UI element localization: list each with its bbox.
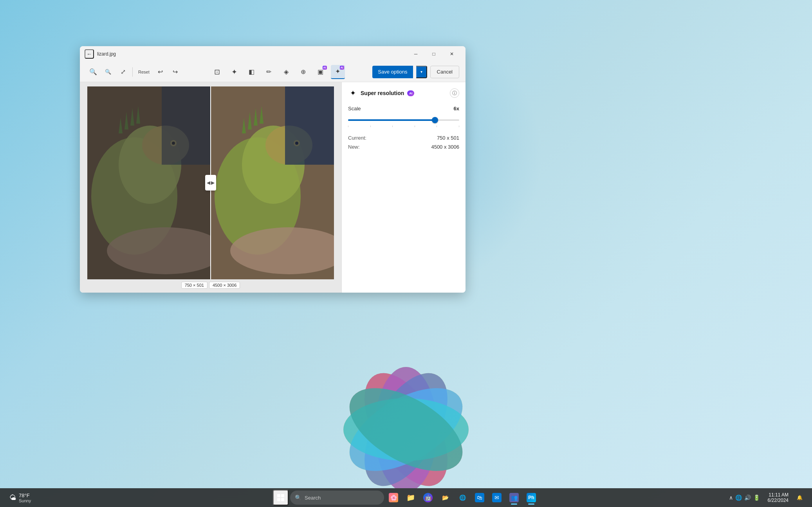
desktop-decoration: [230, 351, 582, 488]
start-button[interactable]: [273, 490, 289, 505]
taskbar-app-edge[interactable]: 🌐: [455, 490, 470, 505]
taskbar-left: 🌤 78°F Sunny: [6, 491, 34, 505]
maximize-button[interactable]: □: [425, 48, 443, 60]
toolbar: 🔍 🔍 ⤢ Reset ↩ ↪ ⊡ ✦: [80, 62, 466, 82]
super-res-panel-icon: ✦: [350, 89, 356, 97]
taskbar-right: ∧ 🌐 🔊 🔋 11:11 AM 6/22/2024 🔔: [726, 491, 806, 504]
new-label: New:: [348, 144, 360, 150]
overflow-tray-button[interactable]: ∧: [729, 494, 733, 501]
lighting-tool-button[interactable]: ✦: [227, 65, 242, 79]
scale-section: Scale 6x: [348, 106, 459, 127]
crop-icon: ⊡: [214, 68, 220, 76]
edge-app-icon: 🌐: [458, 493, 467, 502]
notification-button[interactable]: 🔔: [793, 491, 806, 504]
erase-tool-button[interactable]: ◈: [279, 65, 293, 79]
lighting-icon: ✦: [231, 68, 237, 76]
right-panel: ✦ Super resolution AI ⓘ Scale 6x: [341, 82, 466, 293]
clock[interactable]: 11:11 AM 6/22/2024: [765, 491, 792, 504]
slider-ticks: [348, 126, 459, 127]
taskbar-app-copilot[interactable]: 🤖: [420, 490, 436, 505]
draw-icon: ✏: [266, 68, 271, 76]
info-button[interactable]: ⓘ: [450, 88, 459, 98]
tick-4: [415, 126, 415, 127]
main-content: ◀▶ 750 × 501 4500 × 3006 ✦ Super resolut…: [80, 82, 466, 293]
zoom-in-button[interactable]: 🔍: [86, 65, 100, 79]
search-bar[interactable]: 🔍 Search: [290, 491, 384, 505]
image-labels: 750 × 501 4500 × 3006: [181, 282, 240, 289]
taskbar-app-photos[interactable]: 🌸: [386, 490, 401, 505]
zoom-out-button[interactable]: 🔍: [101, 65, 115, 79]
slider-thumb[interactable]: [432, 117, 438, 123]
explorer-app-icon: 📁: [406, 493, 415, 502]
title-bar: ← lizard.jpg ─ □ ✕: [80, 46, 466, 62]
bg-ai-badge: AI: [323, 66, 327, 70]
start-icon: [277, 494, 284, 501]
image-right-half: [211, 86, 334, 279]
panel-ai-badge: AI: [407, 90, 414, 96]
save-options-dropdown-button[interactable]: ▾: [416, 66, 427, 78]
zoom-in-icon: 🔍: [89, 68, 97, 76]
taskbar-app-files[interactable]: 📂: [437, 490, 453, 505]
save-options-button[interactable]: Save options: [372, 66, 413, 78]
toolbar-right: Save options ▾ Cancel: [372, 66, 459, 78]
info-icon: ⓘ: [452, 90, 457, 97]
close-button[interactable]: ✕: [443, 48, 461, 60]
split-handle-arrows: ◀▶: [207, 180, 215, 185]
start-sq-4: [281, 498, 284, 501]
sr-ai-badge: AI: [340, 66, 344, 70]
crop-tool-button[interactable]: ⊡: [210, 65, 224, 79]
weather-condition: Sunny: [19, 498, 31, 503]
taskbar-app-explorer[interactable]: 📁: [403, 490, 419, 505]
window-controls: ─ □ ✕: [407, 48, 461, 60]
copilot-app-icon: 🤖: [423, 493, 433, 502]
new-value: 4500 x 3006: [431, 144, 459, 150]
photos-app-icon: 🌸: [389, 493, 398, 502]
filter-tool-button[interactable]: ◧: [245, 65, 259, 79]
super-resolution-tool-button[interactable]: ✦ AI: [331, 65, 345, 79]
back-button[interactable]: ←: [85, 49, 94, 59]
mail-app-icon: ✉: [492, 493, 502, 502]
image-container: ◀▶: [87, 86, 334, 279]
redo-button[interactable]: ↪: [168, 65, 182, 79]
split-handle[interactable]: ◀▶: [205, 175, 216, 191]
tick-3: [392, 126, 393, 127]
undo-button[interactable]: ↩: [153, 65, 168, 79]
canvas-area: ◀▶ 750 × 501 4500 × 3006: [80, 82, 341, 293]
current-dim-row: Current: 750 x 501: [348, 135, 459, 141]
taskbar-app-store[interactable]: 🛍: [472, 490, 487, 505]
taskbar-app-mail[interactable]: ✉: [489, 490, 505, 505]
taskbar-app-teams[interactable]: 👥: [506, 490, 522, 505]
weather-widget[interactable]: 🌤 78°F Sunny: [6, 491, 34, 505]
photos-active-icon: Ph: [527, 493, 536, 502]
cancel-button[interactable]: Cancel: [430, 66, 459, 78]
network-icon[interactable]: 🌐: [735, 494, 742, 501]
weather-icon: 🌤: [9, 494, 16, 502]
chevron-down-icon: ▾: [420, 70, 422, 74]
battery-icon[interactable]: 🔋: [753, 494, 760, 501]
taskbar-app-photos-active[interactable]: Ph: [523, 490, 539, 505]
dimensions-section: Current: 750 x 501 New: 4500 x 3006: [348, 135, 459, 150]
weather-temp: 78°F: [19, 493, 31, 498]
background-tool-button[interactable]: ▣ AI: [314, 65, 328, 79]
redo-icon: ↪: [173, 68, 178, 76]
fit-button[interactable]: ⤢: [116, 65, 130, 79]
tick-1: [348, 126, 348, 127]
clock-date: 6/22/2024: [768, 498, 789, 503]
window-title: lizard.jpg: [97, 51, 407, 57]
spot-fix-button[interactable]: ⊕: [296, 65, 310, 79]
zoom-out-icon: 🔍: [105, 69, 111, 75]
weather-info: 78°F Sunny: [19, 493, 31, 503]
panel-title: Super resolution: [361, 90, 404, 96]
current-label: Current:: [348, 135, 366, 141]
minimize-button[interactable]: ─: [407, 48, 425, 60]
undo-icon: ↩: [158, 68, 163, 76]
spot-fix-icon: ⊕: [301, 68, 306, 76]
toolbar-center: ⊡ ✦ ◧ ✏ ◈ ⊕ ▣ AI: [184, 65, 371, 79]
draw-tool-button[interactable]: ✏: [262, 65, 276, 79]
reset-button[interactable]: Reset: [135, 68, 153, 76]
teams-app-icon: 👥: [509, 493, 519, 502]
volume-icon[interactable]: 🔊: [744, 494, 751, 501]
taskbar: 🌤 78°F Sunny 🔍 Search 🌸 �: [0, 488, 812, 507]
fit-icon: ⤢: [121, 68, 126, 76]
scale-slider-container[interactable]: [348, 116, 459, 124]
